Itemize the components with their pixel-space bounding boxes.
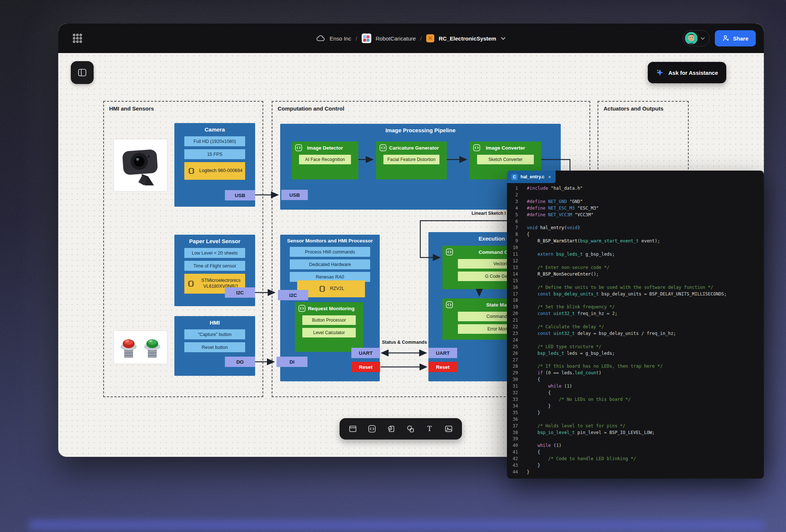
request-monitoring-block[interactable]: Request Monitoring Button Processor Leve… — [295, 302, 363, 352]
breadcrumb-project[interactable]: RobotCaricature — [376, 35, 416, 42]
ask-assistance-button[interactable]: Ask for Assistance — [648, 62, 726, 83]
code-line: 13 /* Enter non-secure code */ — [507, 265, 764, 271]
code-line: 32 { — [507, 390, 764, 396]
chip-icon — [187, 167, 196, 175]
spec-row[interactable]: Reset button — [184, 342, 245, 352]
port-tag-uart[interactable]: UART — [428, 348, 457, 358]
port-tag-reset[interactable]: Reset — [351, 362, 380, 372]
code-line: 25 /* LED type structure */ — [507, 344, 764, 350]
code-line: 23 const uint32_t delay = bsp_delay_unit… — [507, 330, 764, 337]
code-line: 36 — [507, 416, 764, 423]
block-title: Camera — [174, 123, 255, 133]
breadcrumb-org[interactable]: Enso Inc — [330, 35, 351, 42]
port-tag-reset[interactable]: Reset — [428, 362, 457, 372]
spec-row[interactable]: Time of Flight sensor — [184, 261, 245, 271]
tab-hal-entry[interactable]: C hal_entry.c × — [507, 171, 556, 183]
code-line: 1#include "hal_data.h" — [507, 185, 764, 192]
code-line: 18 — [507, 297, 764, 304]
code-line: 20 const uint32_t freq_in_hz = 2; — [507, 311, 764, 317]
account-menu[interactable] — [683, 30, 710, 46]
arcade-buttons-photo[interactable] — [114, 330, 167, 364]
shapes-tool-button[interactable] — [404, 423, 417, 435]
spec-row[interactable]: Full HD (1920x1080) — [184, 136, 245, 146]
tab-filename: hal_entry.c — [521, 174, 545, 179]
app-menu-button[interactable] — [70, 31, 85, 46]
close-icon[interactable]: × — [548, 174, 551, 180]
code-line: 14 R_BSP_NonSecureEnter(); — [507, 271, 764, 278]
block-title: HMI — [174, 316, 255, 326]
sticker-tool-button[interactable] — [385, 423, 397, 435]
section-title: Computation and Control — [278, 105, 344, 112]
share-label: Share — [733, 35, 748, 42]
camera-block[interactable]: Camera Full HD (1920x1080) 15 FPS Logite… — [174, 123, 255, 207]
text-tool-button[interactable]: T — [423, 423, 436, 435]
code-line: 5#define NET_VCC3M "VCC3M" — [507, 212, 764, 218]
stage-row[interactable]: AI Face Recognition — [299, 155, 351, 164]
toggle-sidebar-button[interactable] — [71, 61, 94, 84]
block-title: Sensor Monitors and HMI Processor — [280, 235, 380, 244]
code-icon — [379, 144, 387, 153]
code-icon — [298, 305, 306, 313]
code-tool-button[interactable] — [366, 423, 378, 435]
port-tag-i2c[interactable]: I2C — [278, 290, 308, 300]
paper-level-sensor-block[interactable]: Paper Level Sensor Low Level < 20 sheets… — [174, 235, 255, 306]
breadcrumb-separator: / — [420, 35, 422, 42]
stage-title: Image Converter — [486, 145, 525, 151]
code-line: 39 — [507, 436, 764, 442]
hardware-row[interactable]: Logitech 960-000694 — [184, 162, 245, 180]
image-detector-block[interactable]: Image Detector AI Face Recognition — [292, 141, 358, 179]
block-title: Paper Level Sensor — [174, 235, 255, 244]
stage-title: Image Detector — [307, 145, 343, 151]
sparkle-icon — [656, 69, 664, 77]
breadcrumb: Enso Inc / RobotCaricature / ✕ RC_Electr… — [316, 34, 506, 43]
spec-row[interactable]: Process HMI commands — [290, 247, 370, 257]
caricature-generator-block[interactable]: Caricature Generator Facial Feature Dist… — [376, 141, 447, 179]
code-line: 15 — [507, 278, 764, 284]
chevron-down-icon — [700, 37, 705, 40]
breadcrumb-separator: / — [355, 35, 357, 42]
topbar-right-cluster: Share — [683, 30, 756, 46]
code-editor[interactable]: 1#include "hal_data.h"23#define NET_GND … — [507, 183, 764, 476]
code-line: 3#define NET_GND "GND" — [507, 199, 764, 205]
code-line: 43 } — [507, 462, 764, 469]
code-line: 41 { — [507, 449, 764, 456]
code-line: 6 — [507, 218, 764, 225]
stage-row[interactable]: Facial Feature Distortion — [383, 155, 439, 164]
port-tag-di[interactable]: DI — [277, 357, 307, 367]
file-icon: ✕ — [426, 34, 434, 42]
code-icon — [368, 424, 376, 433]
share-button[interactable]: Share — [715, 30, 756, 46]
port-tag-i2c[interactable]: I2C — [225, 287, 255, 298]
frame-tool-button[interactable] — [347, 423, 359, 435]
hmi-block[interactable]: HMI "Capture" button Reset button DO — [174, 316, 255, 376]
port-tag-usb[interactable]: USB — [225, 190, 255, 200]
code-line: 40 while (1) — [507, 442, 764, 449]
stage-row[interactable]: Level Calculator — [302, 328, 356, 337]
code-icon — [295, 144, 302, 153]
spec-row[interactable]: "Capture" button — [184, 329, 245, 339]
port-tag-uart[interactable]: UART — [351, 348, 380, 358]
person-plus-icon — [722, 35, 730, 42]
bottom-glow — [29, 520, 764, 530]
sub-block-title: Request Monitoring — [308, 306, 355, 311]
stage-row[interactable]: Sketch Converter — [477, 155, 534, 164]
code-editor-panel: C hal_entry.c × 1#include "hal_data.h"23… — [507, 171, 764, 479]
chip-icon — [187, 279, 195, 288]
image-tool-button[interactable] — [442, 423, 455, 435]
code-line: 33 /* No LEDs on this board */ — [507, 396, 764, 403]
breadcrumb-file[interactable]: RC_ElectronicSystem — [439, 35, 496, 42]
code-line: 30 { — [507, 377, 764, 383]
desktop-background: { "topbar": { "org": "Enso Inc", "projec… — [0, 0, 786, 532]
stage-row[interactable]: Button Processor — [302, 315, 356, 325]
spec-row[interactable]: Dedicated Hardware — [290, 259, 370, 269]
port-tag-usb[interactable]: USB — [281, 190, 308, 200]
code-line: 21 — [507, 317, 764, 324]
port-tag-do[interactable]: DO — [225, 357, 255, 367]
chevron-down-icon[interactable] — [501, 37, 506, 40]
code-line: 29 if (0 == leds.led_count) — [507, 370, 764, 377]
spec-row[interactable]: 15 FPS — [184, 149, 245, 159]
spec-row[interactable]: Low Level < 20 sheets — [184, 248, 245, 258]
status-commands-label: Status & Commands — [380, 340, 428, 345]
webcam-photo[interactable] — [114, 139, 167, 192]
text-icon: T — [425, 424, 434, 433]
